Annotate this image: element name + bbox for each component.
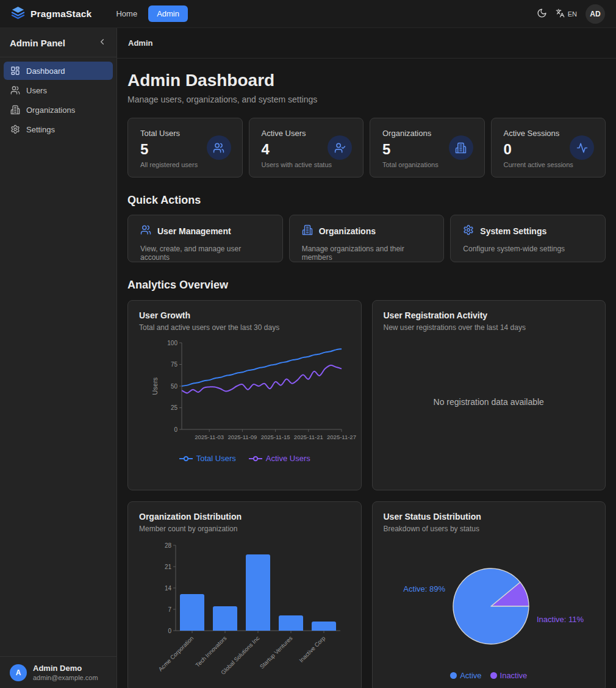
action-title: User Management — [157, 226, 231, 236]
user-growth-card: User Growth Total and active users over … — [127, 300, 362, 490]
org-distribution-card: Organization Distribution Member count b… — [127, 501, 362, 688]
navbar-right: EN AD — [537, 4, 605, 24]
sidebar-item-settings[interactable]: Settings — [4, 120, 113, 138]
legend-item-total-users: Total Users — [179, 454, 236, 463]
sidebar-item-dashboard[interactable]: Dashboard — [4, 62, 113, 80]
gear-icon — [463, 224, 474, 238]
page-title: Admin Dashboard — [127, 71, 606, 90]
svg-text:75: 75 — [171, 361, 178, 368]
legend-item-active-users: Active Users — [248, 454, 310, 463]
svg-text:14: 14 — [165, 585, 172, 592]
stat-card-active-users: Active Users 4 Users with active status — [249, 118, 364, 177]
action-card-system-settings[interactable]: System Settings Configure system-wide se… — [450, 215, 606, 262]
svg-text:0: 0 — [168, 628, 171, 634]
chart-title: User Growth — [139, 310, 350, 320]
sidebar-nav: Dashboard Users Organizations — [0, 57, 116, 656]
svg-text:25: 25 — [171, 404, 178, 411]
action-description: Configure system-wide settings — [463, 245, 593, 253]
svg-text:Startup Ventures: Startup Ventures — [259, 634, 294, 670]
legend-item-active: Active — [450, 671, 481, 680]
sidebar-item-users[interactable]: Users — [4, 81, 113, 99]
stat-description: Total organizations — [382, 161, 472, 168]
nav-links: Home Admin — [110, 5, 188, 22]
chevron-left-icon — [98, 37, 107, 48]
theme-toggle-button[interactable] — [537, 8, 547, 20]
legend-item-inactive: Inactive — [490, 671, 528, 680]
svg-text:Tech Innovators: Tech Innovators — [194, 634, 227, 668]
dot-icon — [490, 672, 497, 679]
analytics-heading: Analytics Overview — [127, 279, 606, 292]
sidebar-item-label: Users — [26, 86, 47, 95]
admin-sidebar: Admin Panel Dashboard — [0, 28, 117, 688]
svg-text:Inactive: 11%: Inactive: 11% — [537, 615, 584, 624]
line-marker-icon — [248, 456, 263, 462]
sidebar-collapse-button[interactable] — [98, 37, 107, 48]
sidebar-user-card[interactable]: A Admin Demo admin@example.com — [0, 656, 116, 688]
svg-text:28: 28 — [165, 542, 172, 549]
stat-card-organizations: Organizations 5 Total organizations — [370, 118, 485, 177]
page-subtitle: Manage users, organizations, and system … — [127, 95, 606, 104]
nav-link-home[interactable]: Home — [110, 5, 143, 22]
action-card-user-management[interactable]: User Management View, create, and manage… — [127, 215, 283, 262]
stat-card-total-users: Total Users 5 All registered users — [127, 118, 243, 177]
sidebar-user-email: admin@example.com — [33, 674, 98, 681]
users-icon — [140, 224, 151, 238]
breadcrumb[interactable]: Admin — [128, 38, 152, 48]
user-status-pie-chart: Active: 89%Inactive: 11% — [384, 539, 598, 668]
sidebar-item-organizations[interactable]: Organizations — [4, 101, 113, 119]
user-avatar[interactable]: AD — [586, 4, 605, 24]
user-growth-legend: Total Users Active Users — [139, 454, 350, 463]
chart-subtitle: Member count by organization — [139, 525, 350, 533]
brand[interactable]: PragmaStack — [11, 5, 91, 22]
stat-description: All registered users — [140, 161, 230, 168]
stat-card-active-sessions: Active Sessions 0 Current active session… — [491, 118, 606, 177]
dot-icon — [450, 672, 457, 679]
svg-text:Acme Corporation: Acme Corporation — [157, 635, 195, 673]
quick-actions-heading: Quick Actions — [127, 194, 606, 207]
language-label: EN — [568, 10, 577, 18]
sidebar-title: Admin Panel — [10, 38, 65, 48]
chart-subtitle: Total and active users over the last 30 … — [139, 323, 350, 332]
sidebar-item-label: Organizations — [26, 106, 75, 115]
svg-text:2025-11-09: 2025-11-09 — [227, 434, 257, 440]
avatar: A — [10, 664, 27, 681]
svg-text:2025-11-27: 2025-11-27 — [327, 434, 356, 440]
registration-activity-card: User Registration Activity New user regi… — [372, 300, 606, 490]
sidebar-item-label: Settings — [26, 125, 55, 134]
svg-text:0: 0 — [174, 426, 177, 433]
analytics-grid: User Growth Total and active users over … — [127, 300, 606, 688]
nav-link-admin[interactable]: Admin — [148, 5, 188, 22]
action-card-organizations[interactable]: Organizations Manage organizations and t… — [289, 215, 445, 262]
svg-text:21: 21 — [165, 564, 172, 570]
language-switcher[interactable]: EN — [556, 9, 577, 19]
user-status-legend: Active Inactive — [384, 671, 595, 680]
stat-description: Current active sessions — [504, 161, 593, 168]
sidebar-item-label: Dashboard — [26, 66, 65, 76]
chart-title: Organization Distribution — [139, 512, 350, 521]
chart-subtitle: New user registrations over the last 14 … — [384, 323, 595, 332]
gear-icon — [10, 124, 20, 134]
svg-text:Active: 89%: Active: 89% — [403, 584, 445, 593]
building-icon — [302, 224, 313, 238]
empty-state-message: No registration data available — [384, 332, 595, 472]
moon-icon — [537, 8, 547, 20]
activity-icon — [570, 135, 594, 160]
stat-description: Users with active status — [262, 161, 351, 168]
chart-title: User Status Distribution — [384, 512, 595, 521]
top-navbar: PragmaStack Home Admin EN AD — [0, 0, 616, 28]
action-title: System Settings — [480, 226, 546, 236]
chart-title: User Registration Activity — [384, 310, 595, 320]
svg-text:Inactive Corp: Inactive Corp — [298, 635, 326, 664]
svg-text:100: 100 — [167, 340, 177, 346]
action-description: View, create, and manage user accounts — [140, 245, 270, 262]
sidebar-user-name: Admin Demo — [33, 664, 98, 673]
breadcrumb-bar: Admin — [117, 28, 616, 59]
quick-actions-grid: User Management View, create, and manage… — [127, 215, 606, 262]
brand-name: PragmaStack — [30, 9, 91, 20]
svg-text:7: 7 — [168, 606, 171, 613]
building-icon — [449, 135, 473, 160]
stats-grid: Total Users 5 All registered users Activ… — [127, 118, 606, 177]
action-description: Manage organizations and their members — [302, 245, 432, 262]
chart-subtitle: Breakdown of users by status — [384, 525, 595, 533]
svg-text:Users: Users — [151, 377, 159, 395]
